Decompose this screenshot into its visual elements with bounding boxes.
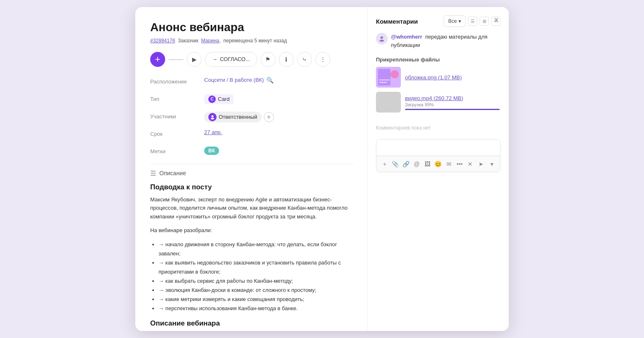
location-search-icon[interactable]: 🔍 [266, 77, 273, 83]
deadline-label: Срок [150, 129, 204, 137]
svg-point-6 [390, 70, 399, 78]
tags-label: Метки [150, 147, 204, 154]
input-tool-image[interactable]: 🖼 [422, 159, 432, 169]
participant-name: Ответственный [219, 114, 257, 120]
filter-list-icon[interactable]: ☰ [468, 17, 477, 26]
attachment-item: видео.mp4 (260.72 MB) Загрузка 99% [376, 92, 500, 113]
participants-field: Участники Ответственный + [150, 112, 354, 123]
assignee-link[interactable]: Марина [201, 38, 219, 44]
svg-rect-7 [379, 79, 390, 81]
filter-label: Все [448, 18, 457, 24]
add-action-button[interactable]: + [150, 52, 165, 67]
comment-input-area: + 📎 🔗 @ 🖼 😊 ✉ ••• ✕ ➤ ▾ [376, 139, 500, 172]
info-icon: ℹ [285, 56, 287, 63]
task-title: Анонс вебинара [150, 20, 354, 34]
svg-point-1 [211, 118, 214, 119]
input-tool-mention[interactable]: @ [412, 159, 422, 169]
svg-point-2 [381, 37, 383, 39]
attachment-thumbnail[interactable] [376, 67, 401, 88]
no-comments-text: Комментариев пока нет [376, 122, 500, 134]
chevron-down-icon: ▾ [459, 18, 461, 24]
add-participant-button[interactable]: + [264, 112, 274, 122]
location-value: Соцсети / В работе (ВК) 🔍 [204, 77, 273, 83]
description-list: → начало движения в сторону Канбан-метод… [150, 240, 354, 314]
comments-header: Комментарии Все ▾ ☰ ⊞ ⇔ [376, 15, 500, 27]
deadline-field: Срок 27 апр. [150, 129, 354, 141]
comment-input[interactable] [376, 140, 500, 154]
description-heading2: Описание вебинара [150, 319, 354, 328]
description-section-title: Описание [159, 170, 186, 176]
location-label: Расположение [150, 77, 204, 85]
attachments-title: Прикрепленные файлы [376, 56, 500, 63]
location-link[interactable]: Соцсети / В работе (ВК) [204, 77, 264, 83]
participants-label: Участники [150, 112, 204, 120]
svg-point-0 [212, 115, 214, 117]
comment-author: @whomherr [391, 34, 422, 40]
location-field: Расположение Соцсети / В работе (ВК) 🔍 [150, 77, 354, 88]
filter-card-icon[interactable]: ⊞ [480, 17, 489, 26]
attachment-name-link[interactable]: видео.mp4 (260.72 MB) [405, 95, 463, 101]
attachment-image-preview [376, 67, 401, 88]
video-preview [376, 92, 401, 113]
type-value: C Card [204, 94, 234, 104]
attachment-video-thumbnail[interactable] [376, 92, 401, 113]
attachment-info: обложка.png (1.07 MB) [405, 74, 500, 81]
deadline-date[interactable]: 27 апр. [204, 129, 222, 135]
input-tool-attach[interactable]: 📎 [390, 159, 400, 169]
task-modal: Анонс вебинара #32884176 Заказчик Марина… [135, 7, 509, 331]
input-tool-cancel[interactable]: ✕ [466, 159, 476, 169]
input-tool-send[interactable]: ➤ [476, 159, 486, 169]
section-divider [150, 164, 354, 164]
comments-title: Комментарии [376, 18, 418, 25]
info-button[interactable]: ℹ [279, 52, 294, 67]
svg-point-3 [380, 40, 384, 42]
flag-button[interactable]: ⚑ [261, 52, 276, 67]
modal-overlay: Анонс вебинара #32884176 Заказчик Марина… [0, 0, 644, 338]
intro-list-label: На вебинаре разобрали: [150, 226, 354, 235]
list-item: → начало движения в сторону Канбан-метод… [159, 240, 354, 258]
play-icon: ▶ [192, 56, 197, 63]
list-item: → как выбрать сервис для работы по Канба… [159, 277, 354, 286]
svg-rect-8 [379, 82, 387, 83]
type-badge[interactable]: C Card [204, 94, 234, 104]
input-tool-more[interactable]: ••• [455, 159, 465, 169]
deadline-value: 27 апр. [204, 129, 222, 135]
more-button[interactable]: ⋮ [315, 52, 330, 67]
comment-text: @whomherr передаю материалы для публикац… [391, 33, 500, 49]
progress-fill [405, 109, 500, 110]
description-section-header: ☰ Описание [150, 169, 354, 177]
participant-badge[interactable]: Ответственный [204, 112, 261, 122]
share-icon: ⤷ [302, 56, 307, 63]
input-tool-add[interactable]: + [380, 159, 390, 169]
filter-all-button[interactable]: Все ▾ [444, 15, 466, 27]
play-button[interactable]: ▶ [187, 52, 202, 67]
description-icon: ☰ [150, 169, 156, 177]
input-tool-emoji[interactable]: 😊 [433, 159, 443, 169]
task-id-link[interactable]: #32884176 [150, 38, 175, 44]
tags-value: ВК [204, 147, 219, 155]
type-badge-icon: C [208, 96, 216, 103]
list-item: → как выявить недовольство заказчиков и … [159, 258, 354, 277]
input-tool-expand[interactable]: ▾ [487, 159, 497, 169]
type-badge-label: Card [218, 96, 229, 102]
description-para1: Максим Якубович, эксперт по внедрению Ag… [150, 196, 354, 221]
status-button[interactable]: → СОГЛАСО... [205, 52, 257, 67]
list-item: → перспективы использования Канбан-метод… [159, 304, 354, 313]
close-button[interactable]: × [490, 14, 502, 25]
status-label: СОГЛАСО... [220, 56, 250, 62]
attachment-name-link[interactable]: обложка.png (1.07 MB) [405, 74, 462, 81]
task-toolbar: + —— ▶ → СОГЛАСО... ⚑ ℹ ⤷ [150, 52, 354, 67]
comments-panel: Комментарии Все ▾ ☰ ⊞ ⇔ @whomherr [368, 7, 509, 331]
type-label: Тип [150, 94, 204, 102]
list-item: → эволюция Канбан-доски в команде: от сл… [159, 286, 354, 295]
toolbar-separator: —— [168, 55, 183, 64]
input-tool-link[interactable]: 🔗 [401, 159, 411, 169]
share-button[interactable]: ⤷ [297, 52, 312, 67]
comment-item: @whomherr передаю материалы для публикац… [376, 33, 500, 49]
comment-input-toolbar: + 📎 🔗 @ 🖼 😊 ✉ ••• ✕ ➤ ▾ [376, 156, 500, 172]
participants-value: Ответственный + [204, 112, 274, 122]
tag-badge[interactable]: ВК [204, 147, 219, 155]
task-detail-panel: Анонс вебинара #32884176 Заказчик Марина… [135, 7, 368, 331]
input-tool-email[interactable]: ✉ [444, 159, 454, 169]
attachment-progress-label: Загрузка 99% [405, 102, 500, 107]
